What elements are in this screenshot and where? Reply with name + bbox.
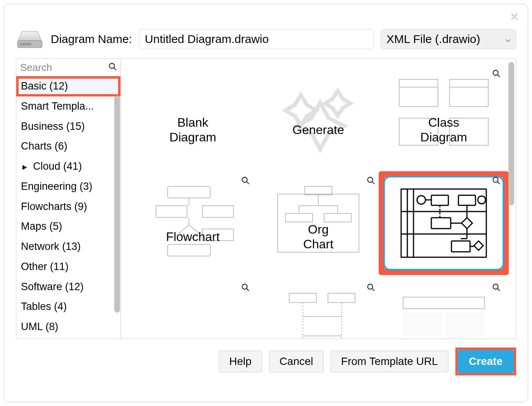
svg-rect-50 bbox=[289, 293, 316, 303]
category-label: Software (12) bbox=[21, 281, 84, 292]
category-item[interactable]: Venn (8) bbox=[16, 337, 120, 339]
category-label: Smart Templa... bbox=[21, 100, 94, 112]
file-format-value: XML File (.drawio) bbox=[386, 33, 480, 46]
template-item[interactable]: Generate bbox=[256, 67, 381, 166]
svg-line-45 bbox=[498, 182, 500, 184]
svg-rect-37 bbox=[431, 218, 451, 229]
sidebar-scrollbar[interactable] bbox=[114, 96, 120, 313]
template-thumbnail bbox=[383, 176, 504, 270]
category-sidebar: Basic (12)Smart Templa...Business (15)Ch… bbox=[16, 59, 121, 339]
category-label: Charts (6) bbox=[21, 140, 67, 152]
create-button[interactable]: Create bbox=[458, 350, 514, 373]
create-button-highlight: Create bbox=[455, 348, 516, 375]
category-label: Other (11) bbox=[21, 261, 69, 272]
template-title: Class Diagram bbox=[420, 115, 467, 145]
dialog-footer: Help Cancel From Template URL Create bbox=[16, 348, 516, 375]
search-icon bbox=[108, 62, 117, 73]
magnify-icon[interactable] bbox=[241, 283, 250, 294]
svg-rect-2 bbox=[20, 43, 31, 45]
svg-point-34 bbox=[478, 196, 486, 204]
file-format-select[interactable]: XML File (.drawio) ⌵ bbox=[381, 29, 516, 49]
category-item[interactable]: Maps (5) bbox=[16, 217, 120, 237]
template-picker: Basic (12)Smart Templa...Business (15)Ch… bbox=[16, 58, 516, 339]
magnify-icon[interactable] bbox=[492, 69, 501, 80]
template-item[interactable]: Flowchart bbox=[130, 174, 256, 273]
dialog-header: Diagram Name: XML File (.drawio) ⌵ bbox=[16, 29, 516, 49]
cancel-button[interactable]: Cancel bbox=[269, 351, 324, 372]
template-title: Flowchart bbox=[166, 229, 220, 244]
svg-point-1 bbox=[38, 43, 40, 45]
category-item[interactable]: Engineering (3) bbox=[16, 177, 120, 197]
svg-point-18 bbox=[242, 177, 247, 182]
svg-line-25 bbox=[372, 182, 374, 184]
template-title: Entity bbox=[177, 336, 208, 339]
category-item[interactable]: Network (13) bbox=[16, 237, 120, 257]
category-label: Flowcharts (9) bbox=[21, 201, 87, 212]
svg-line-62 bbox=[498, 289, 500, 291]
from-template-url-button[interactable]: From Template URL bbox=[331, 351, 448, 372]
template-item[interactable]: Blank Diagram bbox=[130, 67, 256, 166]
help-button[interactable]: Help bbox=[219, 351, 262, 372]
svg-rect-56 bbox=[403, 297, 484, 309]
svg-line-19 bbox=[247, 182, 249, 184]
category-item[interactable]: Charts (6) bbox=[16, 136, 120, 157]
category-item[interactable]: Software (12) bbox=[16, 277, 120, 297]
template-title: Org Chart bbox=[303, 222, 333, 252]
svg-line-12 bbox=[498, 75, 500, 77]
magnify-icon[interactable] bbox=[492, 176, 501, 187]
template-item[interactable]: Org Chart bbox=[256, 174, 381, 273]
chevron-down-icon: ⌵ bbox=[505, 34, 510, 44]
close-icon[interactable]: × bbox=[510, 10, 518, 24]
svg-point-31 bbox=[417, 196, 426, 204]
category-label: Maps (5) bbox=[21, 220, 62, 232]
search-input[interactable] bbox=[16, 59, 120, 76]
svg-point-61 bbox=[493, 284, 498, 289]
category-item[interactable]: Business (15) bbox=[16, 117, 120, 137]
category-item[interactable]: Smart Templa... bbox=[16, 96, 120, 117]
category-item[interactable]: Other (11) bbox=[16, 257, 120, 277]
template-item[interactable]: Simple bbox=[381, 280, 506, 339]
svg-line-49 bbox=[247, 289, 249, 291]
svg-point-54 bbox=[368, 284, 373, 289]
magnify-icon[interactable] bbox=[241, 176, 250, 187]
category-label: Cloud (41) bbox=[33, 160, 82, 172]
category-item[interactable]: Flowcharts (9) bbox=[16, 197, 120, 217]
svg-rect-40 bbox=[451, 241, 470, 252]
drive-icon bbox=[16, 29, 44, 49]
magnify-icon[interactable] bbox=[366, 176, 376, 187]
category-item[interactable]: ► Cloud (41) bbox=[16, 157, 120, 177]
template-item[interactable]: Sequence bbox=[256, 280, 381, 339]
chevron-right-icon: ► bbox=[21, 163, 29, 171]
magnify-icon[interactable] bbox=[366, 283, 376, 294]
category-label: Business (15) bbox=[21, 120, 85, 132]
svg-rect-21 bbox=[305, 186, 332, 195]
template-gallery: Blank DiagramGenerateClass DiagramFlowch… bbox=[121, 59, 516, 339]
diagram-name-input[interactable] bbox=[139, 29, 374, 49]
template-item[interactable]: Class Diagram bbox=[381, 67, 506, 166]
category-item[interactable]: UML (8) bbox=[16, 317, 120, 337]
category-label: UML (8) bbox=[21, 321, 58, 332]
category-item[interactable]: Basic (12) bbox=[16, 76, 120, 96]
category-item[interactable]: Tables (4) bbox=[16, 297, 120, 317]
diagram-name-label: Diagram Name: bbox=[51, 33, 132, 46]
category-label: Engineering (3) bbox=[21, 181, 93, 192]
category-label: Network (13) bbox=[21, 241, 81, 252]
template-title: Simple bbox=[425, 336, 463, 339]
svg-point-48 bbox=[242, 284, 247, 289]
svg-line-4 bbox=[114, 68, 116, 70]
svg-point-44 bbox=[493, 177, 498, 182]
svg-rect-32 bbox=[431, 195, 448, 205]
svg-rect-33 bbox=[458, 195, 475, 205]
gallery-scrollbar[interactable] bbox=[508, 62, 514, 205]
svg-point-3 bbox=[110, 64, 115, 69]
template-item[interactable] bbox=[381, 174, 506, 273]
template-title: Blank Diagram bbox=[170, 115, 216, 145]
magnify-icon[interactable] bbox=[492, 283, 501, 294]
category-label: Tables (4) bbox=[21, 301, 67, 312]
svg-point-24 bbox=[368, 177, 373, 182]
template-title: Generate bbox=[292, 122, 344, 137]
new-diagram-dialog: × Diagram Name: XML File (.drawio) ⌵ bbox=[4, 4, 528, 402]
svg-point-11 bbox=[493, 71, 498, 76]
category-label: Basic (12) bbox=[21, 80, 68, 92]
template-item[interactable]: Entity bbox=[130, 280, 256, 339]
